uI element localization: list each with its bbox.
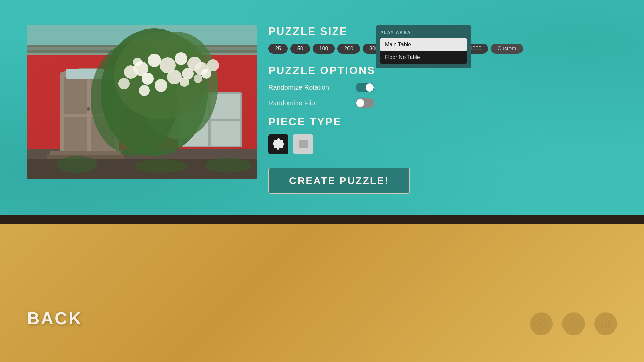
- puzzle-options-section: PUZZLE OPTIONS Randomize Rotation Random…: [268, 64, 617, 108]
- palette-button[interactable]: [562, 312, 585, 335]
- randomize-flip-label: Randomize Flip: [268, 99, 356, 107]
- svg-point-46: [201, 69, 211, 79]
- svg-rect-58: [605, 322, 607, 328]
- create-puzzle-button[interactable]: CREATE PUZZLE!: [268, 168, 410, 194]
- svg-text:i: i: [604, 318, 605, 321]
- svg-point-15: [87, 107, 90, 111]
- play-area-title: PLAY AREA: [380, 30, 467, 35]
- svg-point-56: [575, 321, 577, 323]
- svg-rect-48: [50, 151, 121, 155]
- svg-point-39: [139, 85, 150, 96]
- background-gold: [0, 224, 644, 362]
- svg-point-50: [134, 159, 188, 173]
- background-dark-strip: [0, 215, 644, 224]
- size-btn-custom[interactable]: Custom: [491, 44, 523, 54]
- size-btn-200[interactable]: 200: [337, 44, 360, 54]
- svg-point-36: [167, 70, 182, 84]
- play-area-option-main-table[interactable]: Main Table: [380, 38, 467, 51]
- bottom-icons-bar: i: [530, 312, 617, 335]
- svg-point-42: [118, 78, 130, 89]
- piece-type-title: PIECE TYPE: [268, 116, 617, 128]
- svg-point-51: [205, 158, 252, 173]
- svg-point-54: [571, 322, 572, 323]
- piece-type-buttons: [268, 134, 617, 154]
- piece-btn-square[interactable]: [293, 134, 313, 154]
- stats-icon: i: [600, 318, 612, 330]
- svg-point-32: [175, 52, 187, 65]
- puzzle-preview-image: [27, 25, 257, 179]
- randomize-flip-toggle[interactable]: [356, 98, 374, 108]
- piece-btn-jigsaw[interactable]: [268, 134, 288, 154]
- size-btn-25[interactable]: 25: [268, 44, 288, 54]
- svg-point-44: [180, 77, 189, 87]
- stats-button[interactable]: i: [594, 312, 617, 335]
- svg-rect-11: [64, 77, 87, 114]
- svg-rect-52: [299, 140, 308, 148]
- settings-button[interactable]: [530, 312, 553, 335]
- toggle-thumb-rotation: [366, 83, 374, 92]
- svg-point-55: [573, 320, 574, 322]
- piece-type-section: PIECE TYPE: [268, 116, 617, 154]
- svg-point-30: [148, 54, 161, 67]
- svg-point-49: [57, 156, 97, 173]
- svg-point-34: [142, 73, 154, 85]
- randomize-rotation-toggle[interactable]: [356, 83, 374, 92]
- svg-rect-59: [608, 320, 610, 328]
- svg-rect-57: [601, 324, 603, 328]
- square-icon: [298, 138, 309, 150]
- back-button[interactable]: BACK: [27, 308, 83, 328]
- jigsaw-icon: [273, 138, 284, 150]
- svg-point-40: [155, 79, 167, 92]
- randomize-rotation-label: Randomize Rotation: [268, 84, 356, 92]
- palette-icon: [568, 318, 580, 330]
- svg-point-45: [194, 74, 202, 83]
- svg-rect-24: [211, 121, 240, 146]
- svg-point-35: [124, 65, 138, 79]
- randomize-rotation-row: Randomize Rotation: [268, 83, 617, 92]
- toggle-thumb-flip: [356, 99, 364, 107]
- size-btn-100[interactable]: 100: [313, 44, 335, 54]
- randomize-flip-row: Randomize Flip: [268, 98, 617, 108]
- play-area-option-floor-no-table[interactable]: Floor No Table: [380, 51, 467, 64]
- svg-rect-13: [64, 117, 87, 154]
- size-btn-50[interactable]: 50: [290, 44, 310, 54]
- play-area-dropdown: PLAY AREA Main Table Floor No Table: [376, 25, 471, 68]
- settings-icon: [535, 318, 547, 330]
- svg-point-53: [540, 322, 543, 325]
- svg-point-43: [133, 58, 142, 66]
